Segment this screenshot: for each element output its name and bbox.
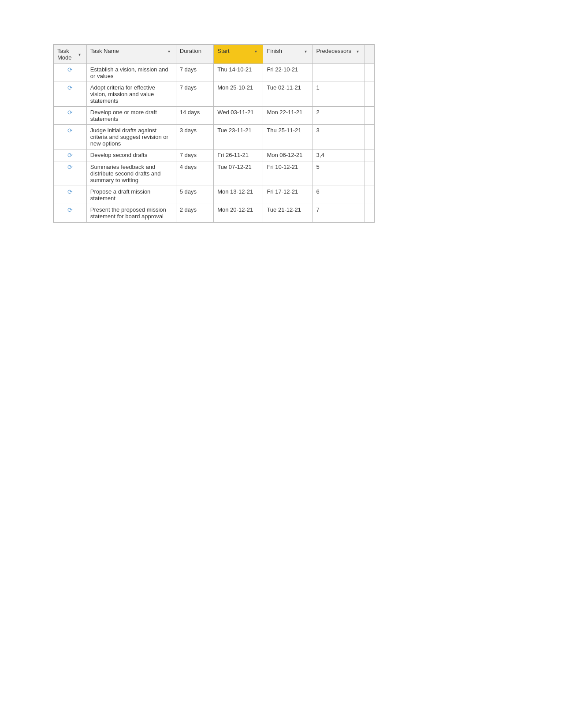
task-name-cell: Develop second drafts [86, 149, 176, 161]
start-cell: Thu 14-10-21 [214, 64, 263, 82]
start-cell: Mon 20-12-21 [214, 204, 263, 222]
sort-arrow-finish[interactable]: ▾ [305, 49, 309, 53]
col-header-predecessors-label: Predecessors [316, 48, 351, 54]
task-name-cell: Present the proposed mission statement f… [86, 204, 176, 222]
task-mode-cell: ⟳ [54, 125, 87, 149]
extra-cell [365, 107, 374, 125]
col-header-task-name[interactable]: Task Name ▾ [86, 45, 176, 64]
task-name-cell: Develop one or more draft statements [86, 107, 176, 125]
finish-cell: Mon 06-12-21 [263, 149, 313, 161]
extra-cell [365, 149, 374, 161]
finish-cell: Fri 10-12-21 [263, 161, 313, 186]
gantt-table: Task Mode ▾ Task Name ▾ Duration [53, 44, 375, 223]
task-mode-cell: ⟳ [54, 186, 87, 204]
auto-schedule-icon: ⟳ [67, 109, 73, 116]
auto-schedule-icon: ⟳ [67, 127, 73, 134]
extra-cell [365, 186, 374, 204]
duration-cell: 7 days [176, 64, 213, 82]
table-row[interactable]: ⟳Adopt criteria for effective vision, mi… [54, 82, 374, 107]
sort-arrow-task-name[interactable]: ▾ [168, 49, 172, 53]
predecessors-cell: 6 [313, 186, 365, 204]
finish-cell: Tue 21-12-21 [263, 204, 313, 222]
table-row[interactable]: ⟳Develop second drafts7 daysFri 26-11-21… [54, 149, 374, 161]
task-mode-cell: ⟳ [54, 64, 87, 82]
task-mode-cell: ⟳ [54, 149, 87, 161]
duration-cell: 7 days [176, 149, 213, 161]
col-header-start[interactable]: Start ▾ [214, 45, 263, 64]
col-header-finish-label: Finish [267, 48, 282, 54]
extra-cell [365, 82, 374, 107]
table-row[interactable]: ⟳Propose a draft mission statement5 days… [54, 186, 374, 204]
task-name-cell: Summaries feedback and distribute second… [86, 161, 176, 186]
duration-cell: 5 days [176, 186, 213, 204]
duration-cell: 4 days [176, 161, 213, 186]
col-header-finish[interactable]: Finish ▾ [263, 45, 313, 64]
predecessors-cell: 3 [313, 125, 365, 149]
table-row[interactable]: ⟳Summaries feedback and distribute secon… [54, 161, 374, 186]
finish-cell: Tue 02-11-21 [263, 82, 313, 107]
task-mode-cell: ⟳ [54, 107, 87, 125]
table-row[interactable]: ⟳Establish a vision, mission and or valu… [54, 64, 374, 82]
col-header-task-mode[interactable]: Task Mode ▾ [54, 45, 87, 64]
predecessors-cell: 2 [313, 107, 365, 125]
col-header-duration-label: Duration [180, 48, 201, 54]
start-cell: Tue 23-11-21 [214, 125, 263, 149]
auto-schedule-icon: ⟳ [67, 152, 73, 159]
auto-schedule-icon: ⟳ [67, 66, 73, 73]
duration-cell: 7 days [176, 82, 213, 107]
duration-cell: 3 days [176, 125, 213, 149]
extra-cell [365, 125, 374, 149]
finish-cell: Fri 17-12-21 [263, 186, 313, 204]
finish-cell: Thu 25-11-21 [263, 125, 313, 149]
task-name-cell: Judge initial drafts against criteria an… [86, 125, 176, 149]
extra-cell [365, 64, 374, 82]
col-header-start-label: Start [217, 48, 229, 54]
sort-arrow-task-mode[interactable]: ▾ [78, 52, 83, 56]
start-cell: Tue 07-12-21 [214, 161, 263, 186]
start-cell: Wed 03-11-21 [214, 107, 263, 125]
duration-cell: 14 days [176, 107, 213, 125]
predecessors-cell [313, 64, 365, 82]
finish-cell: Mon 22-11-21 [263, 107, 313, 125]
table-row[interactable]: ⟳Judge initial drafts against criteria a… [54, 125, 374, 149]
predecessors-cell: 3,4 [313, 149, 365, 161]
finish-cell: Fri 22-10-21 [263, 64, 313, 82]
task-mode-cell: ⟳ [54, 82, 87, 107]
sort-arrow-predecessors[interactable]: ▾ [357, 49, 361, 53]
start-cell: Mon 25-10-21 [214, 82, 263, 107]
col-header-predecessors[interactable]: Predecessors ▾ [313, 45, 365, 64]
start-cell: Mon 13-12-21 [214, 186, 263, 204]
task-name-cell: Propose a draft mission statement [86, 186, 176, 204]
task-name-cell: Establish a vision, mission and or value… [86, 64, 176, 82]
sort-arrow-start[interactable]: ▾ [255, 49, 259, 53]
task-mode-cell: ⟳ [54, 204, 87, 222]
auto-schedule-icon: ⟳ [67, 206, 73, 213]
extra-cell [365, 161, 374, 186]
auto-schedule-icon: ⟳ [67, 164, 73, 171]
task-mode-cell: ⟳ [54, 161, 87, 186]
predecessors-cell: 1 [313, 82, 365, 107]
start-cell: Fri 26-11-21 [214, 149, 263, 161]
col-header-duration[interactable]: Duration [176, 45, 213, 64]
table-row[interactable]: ⟳Present the proposed mission statement … [54, 204, 374, 222]
extra-cell [365, 204, 374, 222]
auto-schedule-icon: ⟳ [67, 84, 73, 91]
duration-cell: 2 days [176, 204, 213, 222]
col-header-task-mode-label: Task Mode [57, 48, 72, 61]
col-header-extra [365, 45, 374, 64]
task-name-cell: Adopt criteria for effective vision, mis… [86, 82, 176, 107]
predecessors-cell: 7 [313, 204, 365, 222]
col-header-task-name-label: Task Name [90, 48, 119, 54]
table-row[interactable]: ⟳Develop one or more draft statements14 … [54, 107, 374, 125]
predecessors-cell: 5 [313, 161, 365, 186]
auto-schedule-icon: ⟳ [67, 188, 73, 195]
